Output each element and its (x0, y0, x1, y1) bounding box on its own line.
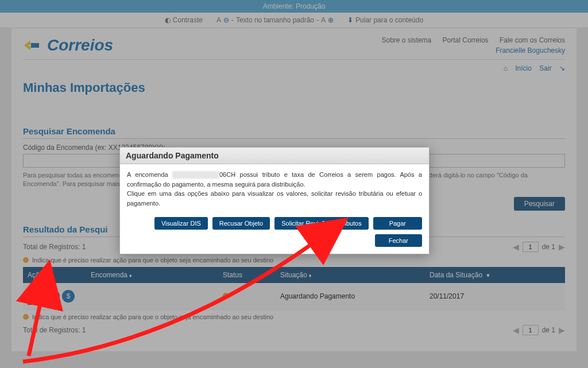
modal-title: Aguardando Pagamento (120, 148, 429, 164)
modal-body: A encomenda ██████████06CH possui tribut… (120, 164, 429, 214)
modal-aguardando-pagamento: Aguardando Pagamento A encomenda ███████… (119, 147, 430, 254)
modal-buttons: Visualizar DIS Recusar Objeto Solicitar … (120, 214, 429, 254)
pagar-button[interactable]: Pagar (373, 217, 422, 230)
tracking-masked: ██████████ (172, 171, 219, 178)
solicitar-revisao-button[interactable]: Solicitar Revisão de Tributos (274, 217, 368, 230)
fechar-button[interactable]: Fechar (375, 234, 422, 247)
visualizar-dis-button[interactable]: Visualizar DIS (154, 217, 208, 230)
recusar-objeto-button[interactable]: Recusar Objeto (212, 217, 270, 230)
